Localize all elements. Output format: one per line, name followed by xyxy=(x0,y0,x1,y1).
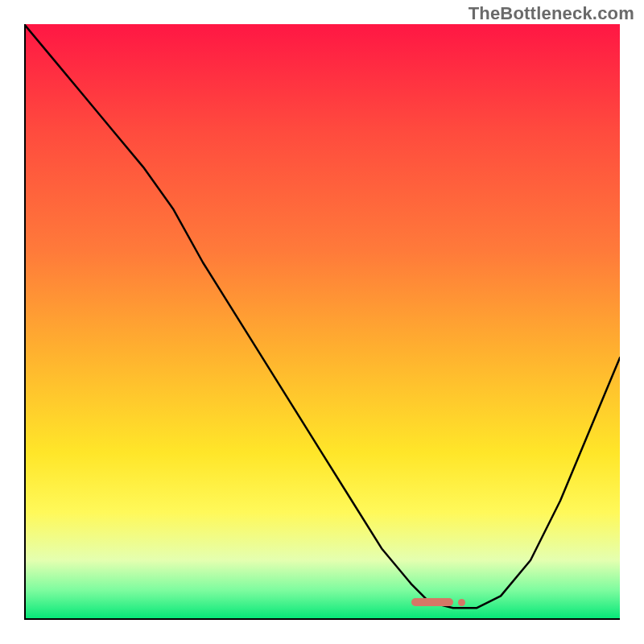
chart-container: TheBottleneck.com xyxy=(0,0,644,644)
watermark-text: TheBottleneck.com xyxy=(469,3,634,24)
optimal-range-marker xyxy=(411,598,453,606)
optimal-range-marker-end xyxy=(458,599,465,606)
bottleneck-curve xyxy=(24,24,620,620)
